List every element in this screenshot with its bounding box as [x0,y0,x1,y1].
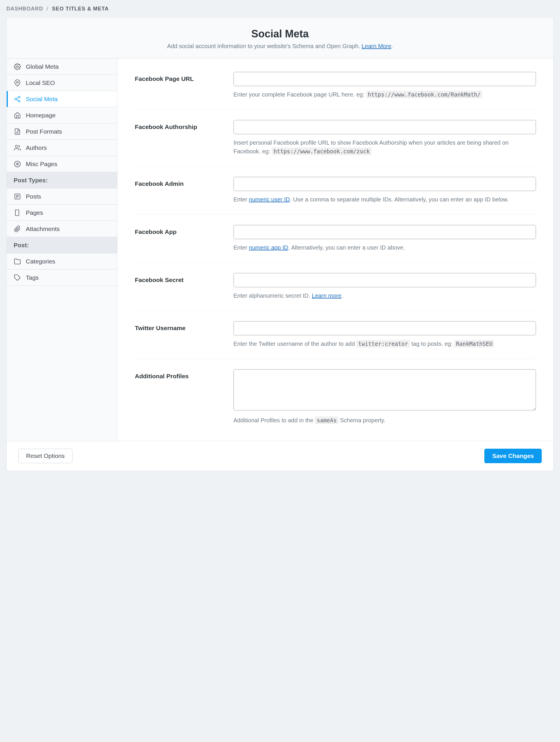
breadcrumb-root[interactable]: DASHBOARD [6,6,43,12]
post-icon [14,193,21,200]
field-help: Enter the Twitter username of the author… [234,339,536,348]
page-icon [14,209,21,216]
sidebar-item-attachments[interactable]: Attachments [7,221,117,237]
fb-secret-learn-more-link[interactable]: Learn more [312,293,341,299]
learn-more-link[interactable]: Learn More [362,43,391,49]
field-facebook-page-url: Facebook Page URL Enter your complete Fa… [135,72,536,110]
svg-rect-18 [15,210,19,216]
sidebar-item-label: Local SEO [26,80,55,86]
folder-icon [14,258,21,265]
settings-sidebar: Global Meta Local SEO Social Meta [7,59,117,441]
sidebar-item-label: Homepage [26,112,56,119]
svg-point-4 [18,100,20,102]
share-icon [14,95,21,103]
svg-point-9 [15,145,18,148]
sidebar-item-tags[interactable]: Tags [7,270,117,286]
sidebar-item-label: Pages [26,209,43,216]
panel-footer: Reset Options Save Changes [7,441,553,471]
field-label: Additional Profiles [135,369,234,425]
gear-icon [14,63,21,70]
settings-panel: Social Meta Add social account informati… [6,17,554,471]
twitter-username-input[interactable] [234,321,536,335]
numeric-user-id-link[interactable]: numeric user ID [249,196,290,203]
sidebar-item-label: Authors [26,144,47,151]
field-label: Twitter Username [135,321,234,348]
field-facebook-app: Facebook App Enter numeric app ID. Alter… [135,225,536,263]
map-pin-icon [14,79,21,87]
field-help: Enter numeric app ID. Alternatively, you… [234,243,536,252]
sidebar-item-pages[interactable]: Pages [7,205,117,221]
field-label: Facebook Secret [135,273,234,300]
page-title: Social Meta [15,28,545,40]
home-icon [14,112,21,119]
document-icon [14,128,21,136]
sidebar-item-posts[interactable]: Posts [7,189,117,205]
field-help: Enter alphanumeric secret ID. Learn more… [234,291,536,300]
sidebar-item-label: Posts [26,193,41,200]
save-changes-button[interactable]: Save Changes [484,449,542,463]
svg-point-2 [18,96,20,98]
numeric-app-id-link[interactable]: numeric app ID [249,244,288,251]
tag-icon [14,274,21,281]
sidebar-item-post-formats[interactable]: Post Formats [7,123,117,140]
field-facebook-admin: Facebook Admin Enter numeric user ID. Us… [135,177,536,214]
field-label: Facebook Page URL [135,72,234,99]
breadcrumb-separator: / [47,6,48,12]
sidebar-item-label: Categories [26,258,55,265]
sidebar-item-label: Social Meta [26,96,58,103]
svg-line-5 [16,99,18,101]
sidebar-item-local-seo[interactable]: Local SEO [7,75,117,91]
svg-line-6 [16,97,18,99]
sidebar-item-label: Misc Pages [26,161,57,167]
reset-options-button[interactable]: Reset Options [18,449,72,463]
sidebar-item-misc-pages[interactable]: Misc Pages [7,156,117,172]
facebook-secret-input[interactable] [234,273,536,287]
sidebar-item-label: Global Meta [26,63,59,70]
sidebar-section-post-types: Post Types: [7,172,117,189]
breadcrumb: DASHBOARD / SEO TITLES & META [6,6,554,12]
sidebar-item-categories[interactable]: Categories [7,253,117,270]
sidebar-item-label: Tags [26,274,39,281]
sidebar-item-label: Attachments [26,225,60,232]
additional-profiles-input[interactable] [234,369,536,411]
facebook-app-input[interactable] [234,225,536,239]
field-help: Additional Profiles to add in the sameAs… [234,416,536,425]
list-icon [14,160,21,168]
sidebar-item-label: Post Formats [26,128,62,135]
svg-point-3 [15,98,16,100]
field-facebook-authorship: Facebook Authorship Insert personal Face… [135,120,536,166]
breadcrumb-current: SEO TITLES & META [52,6,109,12]
facebook-admin-input[interactable] [234,177,536,191]
field-additional-profiles: Additional Profiles Additional Profiles … [135,369,536,435]
field-help: Enter numeric user ID. Use a comma to se… [234,195,536,204]
field-twitter-username: Twitter Username Enter the Twitter usern… [135,321,536,359]
field-help: Insert personal Facebook profile URL to … [234,138,536,156]
panel-header: Social Meta Add social account informati… [7,17,553,59]
sidebar-item-global-meta[interactable]: Global Meta [7,59,117,75]
sidebar-item-social-meta[interactable]: Social Meta [7,91,117,107]
field-help: Enter your complete Facebook page URL he… [234,90,536,99]
sidebar-item-homepage[interactable]: Homepage [7,107,117,123]
field-label: Facebook Admin [135,177,234,204]
paperclip-icon [14,225,21,233]
page-subtitle: Add social account information to your w… [15,43,545,50]
settings-content: Facebook Page URL Enter your complete Fa… [117,59,553,441]
facebook-page-url-input[interactable] [234,72,536,86]
field-label: Facebook Authorship [135,120,234,156]
facebook-authorship-input[interactable] [234,120,536,134]
sidebar-item-authors[interactable]: Authors [7,140,117,156]
users-icon [14,144,21,152]
field-label: Facebook App [135,225,234,252]
svg-point-1 [16,82,18,83]
sidebar-section-post: Post: [7,237,117,253]
svg-point-0 [16,66,18,67]
field-facebook-secret: Facebook Secret Enter alphanumeric secre… [135,273,536,311]
